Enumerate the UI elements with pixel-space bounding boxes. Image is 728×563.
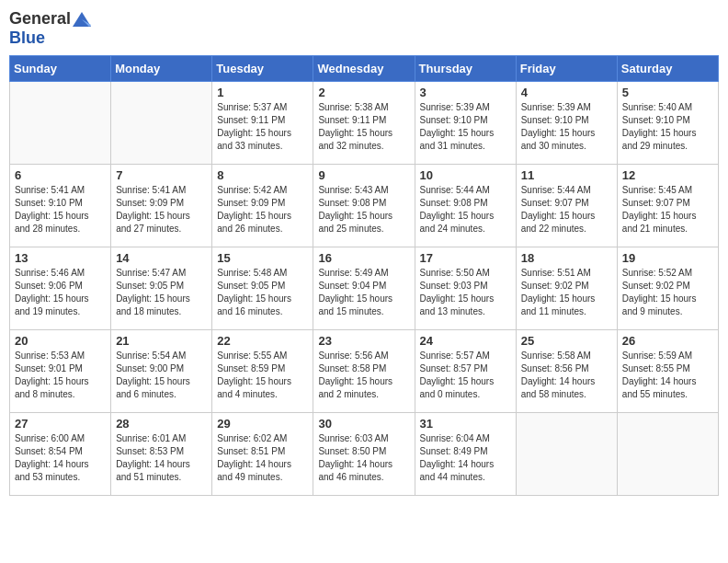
column-header-saturday: Saturday (617, 56, 718, 82)
day-info: Sunrise: 5:38 AM Sunset: 9:11 PM Dayligh… (318, 101, 409, 153)
day-number: 8 (217, 168, 308, 182)
day-number: 18 (521, 251, 612, 265)
page-header: General Blue (9, 9, 719, 48)
calendar-cell: 9Sunrise: 5:43 AM Sunset: 9:08 PM Daylig… (313, 165, 415, 247)
column-header-thursday: Thursday (415, 56, 516, 82)
calendar-cell (10, 82, 111, 165)
week-row-2: 6Sunrise: 5:41 AM Sunset: 9:10 PM Daylig… (10, 165, 719, 247)
calendar-cell: 2Sunrise: 5:38 AM Sunset: 9:11 PM Daylig… (313, 82, 415, 165)
day-info: Sunrise: 5:58 AM Sunset: 8:56 PM Dayligh… (521, 350, 612, 401)
calendar-cell: 17Sunrise: 5:50 AM Sunset: 9:03 PM Dayli… (415, 247, 516, 330)
day-info: Sunrise: 6:00 AM Sunset: 8:54 PM Dayligh… (15, 432, 106, 484)
calendar-cell: 25Sunrise: 5:58 AM Sunset: 8:56 PM Dayli… (516, 330, 617, 413)
day-info: Sunrise: 6:02 AM Sunset: 8:51 PM Dayligh… (217, 432, 308, 484)
logo-icon (73, 12, 91, 27)
day-info: Sunrise: 5:48 AM Sunset: 9:05 PM Dayligh… (217, 267, 308, 318)
calendar-cell: 10Sunrise: 5:44 AM Sunset: 9:08 PM Dayli… (415, 165, 516, 247)
day-info: Sunrise: 5:56 AM Sunset: 8:58 PM Dayligh… (318, 350, 409, 401)
calendar-header-row: SundayMondayTuesdayWednesdayThursdayFrid… (10, 56, 719, 82)
calendar-cell: 18Sunrise: 5:51 AM Sunset: 9:02 PM Dayli… (516, 247, 617, 330)
calendar-cell (516, 413, 617, 496)
day-info: Sunrise: 5:40 AM Sunset: 9:10 PM Dayligh… (622, 101, 713, 153)
calendar-cell: 20Sunrise: 5:53 AM Sunset: 9:01 PM Dayli… (10, 330, 111, 413)
day-info: Sunrise: 6:01 AM Sunset: 8:53 PM Dayligh… (116, 432, 207, 484)
calendar-cell: 5Sunrise: 5:40 AM Sunset: 9:10 PM Daylig… (617, 82, 718, 165)
day-info: Sunrise: 5:43 AM Sunset: 9:08 PM Dayligh… (318, 184, 409, 236)
day-number: 3 (420, 86, 511, 99)
calendar-cell: 3Sunrise: 5:39 AM Sunset: 9:10 PM Daylig… (415, 82, 516, 165)
day-info: Sunrise: 5:44 AM Sunset: 9:08 PM Dayligh… (420, 184, 511, 236)
day-info: Sunrise: 5:42 AM Sunset: 9:09 PM Dayligh… (217, 184, 308, 236)
day-number: 2 (318, 86, 409, 99)
calendar-cell: 22Sunrise: 5:55 AM Sunset: 8:59 PM Dayli… (212, 330, 313, 413)
logo-general-text: General (9, 9, 71, 29)
week-row-3: 13Sunrise: 5:46 AM Sunset: 9:06 PM Dayli… (10, 247, 719, 330)
day-info: Sunrise: 5:37 AM Sunset: 9:11 PM Dayligh… (217, 101, 308, 153)
week-row-5: 27Sunrise: 6:00 AM Sunset: 8:54 PM Dayli… (10, 413, 719, 496)
day-number: 6 (15, 168, 106, 182)
calendar-cell: 21Sunrise: 5:54 AM Sunset: 9:00 PM Dayli… (111, 330, 212, 413)
day-info: Sunrise: 5:41 AM Sunset: 9:10 PM Dayligh… (15, 184, 106, 236)
calendar-cell: 13Sunrise: 5:46 AM Sunset: 9:06 PM Dayli… (10, 247, 111, 330)
day-info: Sunrise: 5:50 AM Sunset: 9:03 PM Dayligh… (420, 267, 511, 318)
day-number: 14 (116, 251, 207, 265)
week-row-1: 1Sunrise: 5:37 AM Sunset: 9:11 PM Daylig… (10, 82, 719, 165)
day-info: Sunrise: 5:41 AM Sunset: 9:09 PM Dayligh… (116, 184, 207, 236)
day-number: 15 (217, 251, 308, 265)
calendar-cell: 23Sunrise: 5:56 AM Sunset: 8:58 PM Dayli… (313, 330, 415, 413)
day-number: 1 (217, 86, 308, 99)
day-number: 10 (420, 168, 511, 182)
column-header-sunday: Sunday (10, 56, 111, 82)
week-row-4: 20Sunrise: 5:53 AM Sunset: 9:01 PM Dayli… (10, 330, 719, 413)
day-number: 19 (622, 251, 713, 265)
day-number: 22 (217, 334, 308, 348)
logo-blue-text: Blue (9, 29, 45, 47)
column-header-monday: Monday (111, 56, 212, 82)
day-info: Sunrise: 5:51 AM Sunset: 9:02 PM Dayligh… (521, 267, 612, 318)
day-info: Sunrise: 5:55 AM Sunset: 8:59 PM Dayligh… (217, 350, 308, 401)
day-number: 13 (15, 251, 106, 265)
day-number: 24 (420, 334, 511, 348)
calendar-cell (617, 413, 718, 496)
day-info: Sunrise: 5:49 AM Sunset: 9:04 PM Dayligh… (318, 267, 409, 318)
day-info: Sunrise: 5:39 AM Sunset: 9:10 PM Dayligh… (420, 101, 511, 153)
day-number: 11 (521, 168, 612, 182)
day-number: 5 (622, 86, 713, 99)
day-info: Sunrise: 5:47 AM Sunset: 9:05 PM Dayligh… (116, 267, 207, 318)
day-number: 17 (420, 251, 511, 265)
day-info: Sunrise: 5:39 AM Sunset: 9:10 PM Dayligh… (521, 101, 612, 153)
day-number: 7 (116, 168, 207, 182)
day-number: 31 (420, 417, 511, 431)
day-number: 26 (622, 334, 713, 348)
calendar-cell: 11Sunrise: 5:44 AM Sunset: 9:07 PM Dayli… (516, 165, 617, 247)
day-number: 27 (15, 417, 106, 431)
calendar-cell: 28Sunrise: 6:01 AM Sunset: 8:53 PM Dayli… (111, 413, 212, 496)
day-info: Sunrise: 5:52 AM Sunset: 9:02 PM Dayligh… (622, 267, 713, 318)
day-info: Sunrise: 5:59 AM Sunset: 8:55 PM Dayligh… (622, 350, 713, 401)
day-number: 29 (217, 417, 308, 431)
day-info: Sunrise: 6:04 AM Sunset: 8:49 PM Dayligh… (420, 432, 511, 484)
day-info: Sunrise: 5:46 AM Sunset: 9:06 PM Dayligh… (15, 267, 106, 318)
day-info: Sunrise: 5:44 AM Sunset: 9:07 PM Dayligh… (521, 184, 612, 236)
day-info: Sunrise: 5:45 AM Sunset: 9:07 PM Dayligh… (622, 184, 713, 236)
day-number: 9 (318, 168, 409, 182)
calendar-table: SundayMondayTuesdayWednesdayThursdayFrid… (9, 55, 719, 496)
day-info: Sunrise: 6:03 AM Sunset: 8:50 PM Dayligh… (318, 432, 409, 484)
day-number: 12 (622, 168, 713, 182)
day-number: 28 (116, 417, 207, 431)
calendar-cell: 30Sunrise: 6:03 AM Sunset: 8:50 PM Dayli… (313, 413, 415, 496)
day-info: Sunrise: 5:53 AM Sunset: 9:01 PM Dayligh… (15, 350, 106, 401)
calendar-cell: 1Sunrise: 5:37 AM Sunset: 9:11 PM Daylig… (212, 82, 313, 165)
calendar-cell: 27Sunrise: 6:00 AM Sunset: 8:54 PM Dayli… (10, 413, 111, 496)
calendar-cell: 19Sunrise: 5:52 AM Sunset: 9:02 PM Dayli… (617, 247, 718, 330)
column-header-wednesday: Wednesday (313, 56, 415, 82)
calendar-cell: 29Sunrise: 6:02 AM Sunset: 8:51 PM Dayli… (212, 413, 313, 496)
calendar-cell: 8Sunrise: 5:42 AM Sunset: 9:09 PM Daylig… (212, 165, 313, 247)
calendar-cell: 31Sunrise: 6:04 AM Sunset: 8:49 PM Dayli… (415, 413, 516, 496)
calendar-cell: 14Sunrise: 5:47 AM Sunset: 9:05 PM Dayli… (111, 247, 212, 330)
day-number: 16 (318, 251, 409, 265)
calendar-cell: 16Sunrise: 5:49 AM Sunset: 9:04 PM Dayli… (313, 247, 415, 330)
day-number: 21 (116, 334, 207, 348)
logo: General Blue (9, 9, 91, 48)
day-number: 30 (318, 417, 409, 431)
